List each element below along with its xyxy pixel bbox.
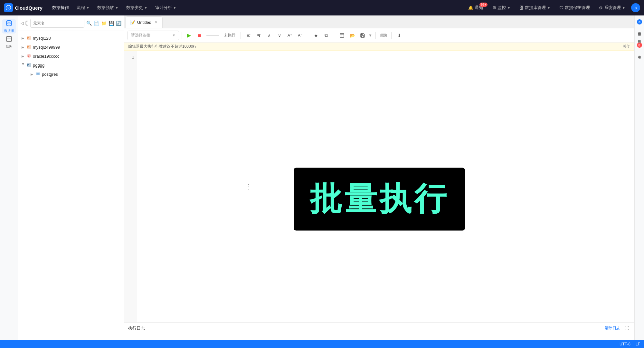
svg-point-0	[6, 5, 11, 10]
progress-bar	[206, 35, 219, 36]
tree-node-oracle[interactable]: ▶ O oracle19ccccc	[18, 52, 124, 61]
logo-text: CloudQuery	[15, 5, 43, 11]
editor-area: 请选择连接 ▼ ▶ ⏹ 未执行	[124, 28, 634, 348]
refresh-icon[interactable]: 🔄	[116, 19, 121, 27]
tree-sidebar: ◁ 🔍 📄 📁 💾 🔄 ▶ M mysql128 ▶ M	[18, 15, 124, 348]
info-close-button[interactable]: 关闭	[623, 44, 630, 49]
top-navigation: CloudQuery 数据操作 流程 ▼ 数据脱敏 ▼ 数据变更 ▼ 审计分析 …	[0, 0, 644, 15]
toggle-switch[interactable]	[25, 21, 28, 26]
search-icon[interactable]: 🔍	[86, 19, 92, 27]
table-view-button[interactable]	[337, 31, 346, 40]
right-panel-indicator[interactable]	[637, 19, 642, 24]
code-editor-area: 1 批量执行 ⋮	[124, 51, 634, 322]
tree-search-input[interactable]	[30, 19, 84, 28]
increase-font-button[interactable]: A⁺	[285, 31, 294, 40]
tree-node-label: oracle19ccccc	[33, 54, 59, 59]
save-icon[interactable]: 💾	[109, 19, 114, 27]
db-management-button[interactable]: 🗄 数据库管理 ▼	[516, 3, 554, 12]
nav-item-data-ops[interactable]: 数据操作	[49, 3, 72, 13]
open-folder-button[interactable]: 📂	[348, 31, 357, 40]
bookmark-button[interactable]: ★	[311, 31, 320, 40]
svg-text:O: O	[28, 54, 29, 57]
log-label: 执行日志	[128, 325, 145, 331]
data-protection-button[interactable]: 🛡 数据保护管理	[556, 3, 593, 12]
database-nav-icon	[6, 20, 12, 28]
tab-bar: 📝 Untitled ✕	[124, 15, 634, 28]
chevron-down-icon: ▼	[173, 6, 176, 10]
database-icon: 🗄	[519, 5, 524, 10]
connection-selector[interactable]: 请选择连接 ▼	[128, 31, 179, 40]
chevron-down-icon: ▼	[172, 34, 175, 37]
download-button[interactable]: ⬇	[395, 31, 404, 40]
format-text-button[interactable]	[244, 31, 253, 40]
settings-icon: ⚙	[599, 5, 603, 10]
svg-text:M: M	[27, 45, 29, 48]
right-panel-node-info[interactable]: 暂无标节点信息	[636, 27, 643, 32]
line-numbers: 1	[124, 51, 137, 322]
schema-icon	[35, 71, 41, 77]
nav-item-data-change[interactable]: 数据变更 ▼	[123, 3, 151, 13]
tab-untitled[interactable]: 📝 Untitled ✕	[126, 16, 163, 28]
sidebar-item-datasource[interactable]: 数据源	[2, 19, 16, 34]
expand-arrow-icon: ▶	[21, 45, 25, 49]
decrease-font-button[interactable]: A⁻	[296, 31, 305, 40]
expand-log-button[interactable]: ⛶	[623, 324, 630, 332]
tree-node-pgggg[interactable]: ▶ P pgggg	[18, 61, 124, 70]
move-down-button[interactable]: ∨	[275, 31, 284, 40]
tree-node-mysql2499999[interactable]: ▶ M mysql2499999	[18, 43, 124, 52]
system-management-button[interactable]: ⚙ 系统管理 ▼	[596, 3, 629, 12]
tree-node-mysql128[interactable]: ▶ M mysql128	[18, 34, 124, 43]
right-panel-running-tasks[interactable]: 运行任务	[636, 35, 643, 40]
sidebar-label-task: 任务	[6, 44, 12, 49]
right-panel: 暂无标节点信息 运行任务 0 申请单	[634, 15, 644, 348]
folder-icon[interactable]: 📁	[101, 19, 107, 27]
icon-sidebar: 数据源 任务	[0, 15, 18, 348]
right-panel-applications[interactable]: 申请单	[636, 50, 643, 55]
toolbar-separator	[375, 32, 376, 39]
chevron-down-icon: ▼	[507, 6, 510, 10]
resize-handle[interactable]: ⋮	[245, 183, 252, 190]
oracle-icon: O	[26, 53, 32, 59]
run-button[interactable]: ▶	[185, 31, 194, 40]
logo-icon	[4, 3, 13, 12]
stop-button[interactable]: ⏹	[195, 31, 204, 40]
toolbar-divider	[182, 32, 182, 39]
log-actions: 清除日志 ⛶	[605, 324, 630, 332]
move-up-button[interactable]: ∧	[265, 31, 274, 40]
user-avatar[interactable]: a	[631, 3, 640, 12]
tab-close-button[interactable]: ✕	[153, 20, 158, 25]
main-content: 📝 Untitled ✕ 请选择连接 ▼ ▶ ⏹	[124, 15, 634, 348]
tab-file-icon: 📝	[130, 20, 135, 25]
tree-node-label: mysql128	[33, 36, 51, 41]
nav-item-workflow[interactable]: 流程 ▼	[73, 3, 93, 13]
bell-icon: 🔔	[468, 5, 473, 10]
collapse-sidebar-button[interactable]: ◁	[21, 19, 24, 27]
wrap-text-button[interactable]	[254, 31, 263, 40]
save-dropdown-arrow[interactable]: ▼	[368, 33, 372, 38]
copy-button[interactable]: ⧉	[322, 31, 331, 40]
clear-log-button[interactable]: 清除日志	[605, 325, 620, 331]
log-header-left: 执行日志	[128, 325, 145, 331]
expand-arrow-icon: ▶	[21, 54, 25, 58]
tree-node-postgres[interactable]: ▶ postgres	[18, 70, 124, 79]
mysql-icon: M	[26, 35, 32, 41]
toolbar-separator	[241, 32, 241, 39]
keyboard-shortcut-button[interactable]: ⌨	[379, 31, 388, 40]
nav-item-audit[interactable]: 审计分析 ▼	[152, 3, 180, 13]
new-file-icon[interactable]: 📄	[94, 19, 99, 27]
nav-item-desensitize[interactable]: 数据脱敏 ▼	[94, 3, 122, 13]
expand-arrow-icon: ▶	[30, 72, 34, 76]
monitor-button[interactable]: 🖥 监控 ▼	[489, 3, 514, 12]
status-bar: UTF-8 LF	[0, 340, 644, 348]
toolbar-separator	[334, 32, 334, 39]
sidebar-label-datasource: 数据源	[4, 29, 14, 33]
batch-execute-text: 批量执行	[310, 178, 449, 221]
toolbar-separator	[391, 32, 392, 39]
save-button[interactable]	[358, 31, 367, 40]
sidebar-item-task[interactable]: 任务	[2, 35, 16, 49]
notification-button[interactable]: 🔔 99+ 通知	[465, 3, 486, 12]
info-message: 编辑器最大执行行数建议不超过10000行	[128, 44, 197, 49]
connection-placeholder: 请选择连接	[131, 33, 150, 38]
logo-area[interactable]: CloudQuery	[4, 3, 43, 12]
svg-point-1	[6, 20, 11, 22]
